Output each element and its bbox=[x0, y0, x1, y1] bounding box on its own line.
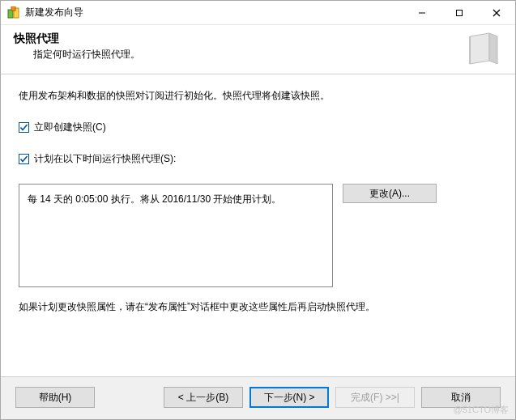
page-title: 快照代理 bbox=[14, 32, 458, 46]
svg-marker-7 bbox=[470, 33, 489, 64]
app-icon bbox=[7, 6, 20, 19]
schedule-description-text: 每 14 天的 0:05:00 执行。将从 2016/11/30 开始使用计划。 bbox=[28, 193, 281, 205]
svg-rect-2 bbox=[11, 6, 15, 11]
checkbox-create-now-label[interactable]: 立即创建快照(C) bbox=[34, 121, 106, 134]
schedule-description-box: 每 14 天的 0:05:00 执行。将从 2016/11/30 开始使用计划。 bbox=[19, 184, 333, 287]
wizard-header-text: 快照代理 指定何时运行快照代理。 bbox=[14, 32, 458, 62]
checkbox-schedule[interactable] bbox=[19, 154, 29, 164]
maximize-button[interactable] bbox=[441, 1, 478, 24]
checkbox-schedule-row: 计划在以下时间运行快照代理(S): bbox=[19, 152, 497, 166]
checkbox-create-now[interactable] bbox=[19, 122, 29, 133]
change-schedule-button[interactable]: 更改(A)... bbox=[343, 184, 437, 203]
help-button[interactable]: 帮助(H) bbox=[15, 387, 95, 408]
close-button[interactable] bbox=[478, 1, 515, 24]
minimize-button[interactable] bbox=[403, 1, 441, 24]
svg-marker-8 bbox=[489, 33, 497, 64]
wizard-graphic-icon bbox=[465, 32, 502, 66]
window-title: 新建发布向导 bbox=[25, 6, 403, 19]
titlebar: 新建发布向导 bbox=[1, 1, 515, 25]
wizard-header: 快照代理 指定何时运行快照代理。 bbox=[1, 25, 515, 74]
schedule-row: 每 14 天的 0:05:00 执行。将从 2016/11/30 开始使用计划。… bbox=[19, 184, 497, 287]
checkbox-schedule-label[interactable]: 计划在以下时间运行快照代理(S): bbox=[34, 152, 176, 166]
intro-text: 使用发布架构和数据的快照对订阅进行初始化。快照代理将创建该快照。 bbox=[19, 89, 497, 103]
wizard-window: 新建发布向导 快照代理 指定何时运行快照代理。 使用发布架构 bbox=[0, 0, 516, 420]
back-button[interactable]: < 上一步(B) bbox=[164, 387, 243, 408]
page-subtitle: 指定何时运行快照代理。 bbox=[33, 48, 458, 62]
wizard-footer: 帮助(H) < 上一步(B) 下一步(N) > 完成(F) >>| 取消 bbox=[1, 376, 515, 419]
cancel-button[interactable]: 取消 bbox=[421, 387, 501, 408]
next-button[interactable]: 下一步(N) > bbox=[249, 387, 329, 408]
window-controls bbox=[403, 1, 515, 24]
svg-rect-4 bbox=[457, 10, 463, 15]
wizard-content: 使用发布架构和数据的快照对订阅进行初始化。快照代理将创建该快照。 立即创建快照(… bbox=[1, 74, 515, 376]
finish-button: 完成(F) >>| bbox=[335, 387, 415, 408]
checkbox-create-now-row: 立即创建快照(C) bbox=[19, 121, 497, 134]
note-text: 如果计划更改快照属性，请在“发布属性”对话框中更改这些属性后再启动快照代理。 bbox=[19, 300, 497, 314]
